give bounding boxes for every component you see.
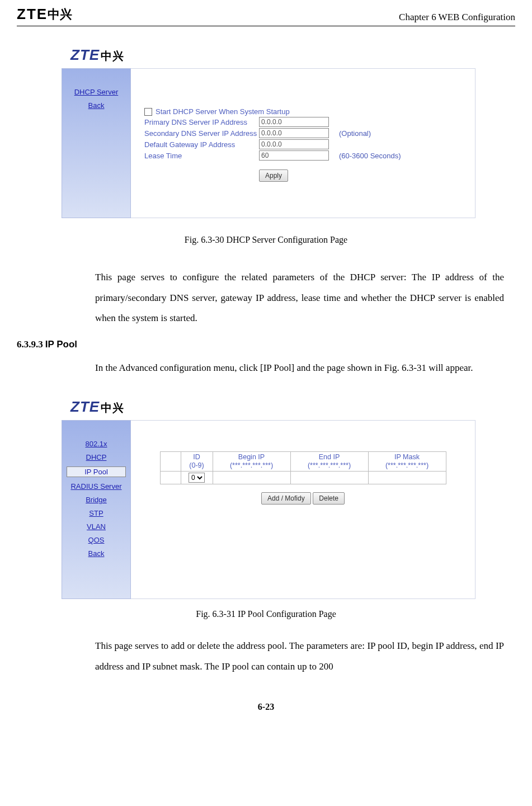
ip-pool-table: ID(0-9) Begin IP(***.***.***.***) End IP… [160, 451, 446, 484]
id-select[interactable]: 0 [189, 473, 205, 483]
begin-ip-input[interactable] [215, 473, 288, 482]
figure-6-3-30: ZTE中兴 DHCP Server Back Start DHCP Server… [62, 40, 475, 218]
lease-input[interactable] [259, 150, 329, 161]
th-mask: IP Mask(***.***.***.***) [368, 452, 446, 472]
optional-label: (Optional) [339, 129, 371, 138]
main-panel: Start DHCP Server When System Startup Pr… [131, 68, 475, 218]
section-title: IP Pool [45, 339, 77, 350]
begin-ip-cell [213, 472, 290, 484]
mask-cell [368, 472, 446, 484]
th-begin: Begin IP(***.***.***.***) [213, 452, 290, 472]
apply-button[interactable]: Apply [259, 169, 288, 182]
chapter-label: Chapter 6 WEB Configuration [399, 12, 515, 23]
th-blank [160, 452, 181, 472]
sidebar-item-dhcp-server[interactable]: DHCP Server [62, 88, 130, 96]
sidebar-item-8021x[interactable]: 802.1x [62, 440, 130, 448]
secondary-dns-label: Secondary DNS Server IP Address [144, 129, 259, 138]
sidebar-item-dhcp[interactable]: DHCP [62, 453, 130, 461]
app-logo-2: ZTE中兴 [70, 398, 124, 416]
mask-input[interactable] [371, 473, 444, 482]
main-panel-2: ID(0-9) Begin IP(***.***.***.***) End IP… [131, 420, 475, 599]
sidebar-item-vlan[interactable]: VLAN [62, 522, 130, 531]
start-dhcp-checkbox[interactable] [144, 108, 152, 116]
start-dhcp-label: Start DHCP Server When System Startup [156, 107, 290, 116]
logo-text: ZTE [17, 6, 48, 23]
add-modify-button[interactable]: Add / Mofidy [261, 492, 311, 505]
app-logo: ZTE中兴 [70, 46, 124, 64]
sidebar-item-bridge[interactable]: Bridge [62, 496, 130, 504]
gateway-input[interactable] [259, 139, 329, 149]
paragraph-2: In the Advanced configuration menu, clic… [95, 358, 504, 379]
logo-cn: 中兴 [48, 6, 72, 23]
sidebar-item-stp[interactable]: STP [62, 509, 130, 517]
sidebar-item-ippool[interactable]: IP Pool [67, 466, 126, 477]
sidebar-item-qos[interactable]: QOS [62, 536, 130, 544]
th-id: ID(0-9) [181, 452, 213, 472]
figure-caption-2: Fig. 6.3-31 IP Pool Configuration Page [17, 609, 515, 619]
sidebar-item-back[interactable]: Back [62, 101, 130, 110]
row-blank [160, 472, 181, 484]
table-row: 0 [160, 472, 446, 484]
primary-dns-input[interactable] [259, 117, 329, 127]
doc-logo: ZTE中兴 [17, 6, 72, 23]
end-ip-cell [290, 472, 368, 484]
section-heading: 6.3.9.3IP Pool [17, 339, 515, 350]
figure-6-3-31: ZTE中兴 802.1x DHCP IP Pool RADIUS Server … [62, 392, 475, 599]
sidebar-item-radius[interactable]: RADIUS Server [62, 482, 130, 491]
section-number: 6.3.9.3 [17, 339, 43, 350]
secondary-dns-input[interactable] [259, 128, 329, 138]
id-cell: 0 [181, 472, 213, 484]
app-logo-cn: 中兴 [101, 49, 124, 64]
gateway-label: Default Gateway IP Address [144, 140, 259, 149]
paragraph-3: This page serves to add or delete the ad… [95, 636, 504, 677]
th-end: End IP(***.***.***.***) [290, 452, 368, 472]
sidebar: DHCP Server Back [62, 68, 131, 218]
end-ip-input[interactable] [293, 473, 366, 482]
sidebar-2: 802.1x DHCP IP Pool RADIUS Server Bridge… [62, 420, 131, 599]
lease-hint: (60-3600 Seconds) [339, 152, 401, 160]
paragraph-1: This page serves to configure the relate… [95, 267, 504, 329]
page-number: 6-23 [17, 702, 515, 712]
figure-caption-1: Fig. 6.3-30 DHCP Server Configuration Pa… [17, 235, 515, 245]
app-logo-text-2: ZTE [70, 398, 100, 416]
delete-button[interactable]: Delete [313, 492, 345, 505]
sidebar-item-back-2[interactable]: Back [62, 549, 130, 558]
app-logo-text: ZTE [70, 46, 100, 64]
primary-dns-label: Primary DNS Server IP Address [144, 118, 259, 126]
page-header: ZTE中兴 Chapter 6 WEB Configuration [17, 0, 515, 26]
app-logo-cn-2: 中兴 [101, 400, 124, 416]
lease-label: Lease Time [144, 152, 259, 160]
